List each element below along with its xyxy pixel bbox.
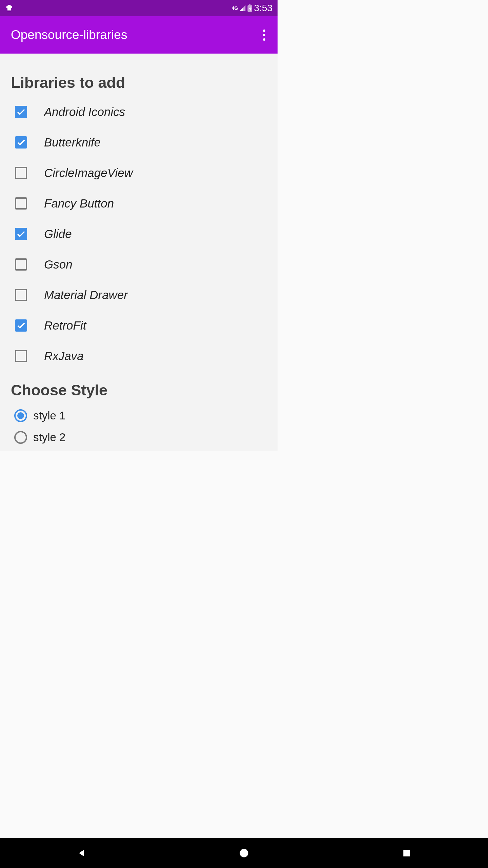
checkbox-label: Gson (44, 258, 73, 271)
checkbox-label: Glide (44, 227, 72, 241)
checkbox-icon[interactable] (15, 258, 27, 271)
radio-label: style 2 (33, 431, 65, 444)
checkbox-icon[interactable] (15, 289, 27, 301)
checkbox-item[interactable]: Glide (15, 227, 267, 241)
checkbox-icon[interactable] (15, 197, 27, 210)
radio-item[interactable]: style 2 (14, 431, 267, 444)
signal-icon (239, 5, 246, 12)
style-list: style 1 style 2 (11, 409, 267, 444)
status-time: 3:53 (254, 3, 273, 14)
radio-label: style 1 (33, 409, 65, 422)
status-left (5, 4, 13, 12)
checkbox-label: Fancy Button (44, 197, 114, 210)
libraries-title: Libraries to add (11, 74, 267, 92)
network-label: 4G (232, 5, 238, 11)
checkbox-label: RxJava (44, 349, 84, 363)
checkbox-item[interactable]: RetroFit (15, 319, 267, 332)
checkbox-item[interactable]: RxJava (15, 349, 267, 363)
status-icons: 4G (232, 4, 252, 12)
app-title: Opensource-libraries (11, 28, 127, 42)
checkbox-icon[interactable] (15, 228, 27, 240)
chef-hat-icon (5, 4, 13, 12)
style-title: Choose Style (11, 381, 267, 399)
checkbox-label: CircleImageView (44, 166, 133, 180)
checkbox-icon[interactable] (15, 350, 27, 362)
checkbox-item[interactable]: CircleImageView (15, 166, 267, 180)
status-right: 4G 3:53 (232, 3, 272, 14)
app-bar: Opensource-libraries (0, 16, 278, 54)
checkbox-label: RetroFit (44, 319, 86, 332)
checkbox-item[interactable]: Android Iconics (15, 105, 267, 119)
checkbox-icon[interactable] (15, 167, 27, 179)
checkbox-label: Material Drawer (44, 288, 128, 302)
battery-icon (247, 4, 252, 12)
checkbox-icon[interactable] (15, 106, 27, 118)
more-icon[interactable] (257, 28, 271, 42)
libraries-list: Android Iconics Butterknife CircleImageV… (11, 105, 267, 363)
checkbox-item[interactable]: Material Drawer (15, 288, 267, 302)
radio-icon[interactable] (14, 409, 27, 422)
radio-icon[interactable] (14, 431, 27, 444)
checkbox-item[interactable]: Butterknife (15, 136, 267, 149)
checkbox-label: Android Iconics (44, 105, 125, 119)
checkbox-icon[interactable] (15, 319, 27, 332)
radio-item[interactable]: style 1 (14, 409, 267, 422)
content: Libraries to add Android Iconics Butterk… (0, 54, 278, 451)
checkbox-icon[interactable] (15, 136, 27, 149)
checkbox-label: Butterknife (44, 136, 101, 149)
checkbox-item[interactable]: Gson (15, 258, 267, 271)
checkbox-item[interactable]: Fancy Button (15, 197, 267, 210)
status-bar: 4G 3:53 (0, 0, 278, 16)
